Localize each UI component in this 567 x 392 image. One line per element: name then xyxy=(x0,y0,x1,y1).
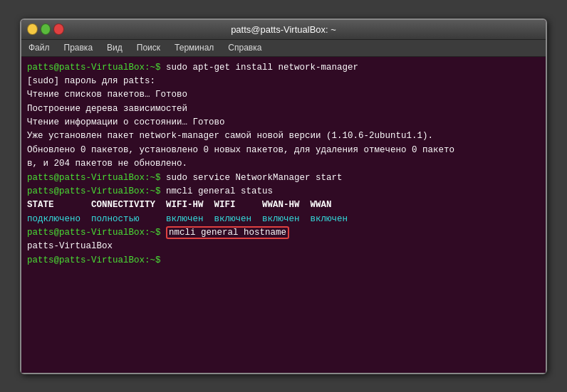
menu-search[interactable]: Поиск xyxy=(134,41,163,54)
titlebar: patts@patts-VirtualBox: ~ xyxy=(21,20,546,40)
menu-terminal[interactable]: Терминал xyxy=(172,41,217,54)
highlighted-command: nmcli general hostname xyxy=(166,226,289,239)
terminal-line-header: STATE CONNECTIVITY WIFI-HW WIFI WWAN-HW … xyxy=(27,198,540,212)
maximize-button[interactable] xyxy=(41,23,51,35)
menu-help[interactable]: Справка xyxy=(225,41,264,54)
terminal-line: patts@patts-VirtualBox:~$ sudo service N… xyxy=(27,171,540,185)
terminal-line: patts@patts-VirtualBox:~$ sudo apt-get i… xyxy=(27,61,540,75)
terminal-line: patts@patts-VirtualBox:~$ nmcli general … xyxy=(27,185,540,198)
terminal-line: Уже установлен пакет network-manager сам… xyxy=(27,129,540,143)
terminal-body[interactable]: patts@patts-VirtualBox:~$ sudo apt-get i… xyxy=(21,57,546,373)
close-button[interactable] xyxy=(53,23,64,35)
menu-file[interactable]: Файл xyxy=(26,41,53,54)
menubar: Файл Правка Вид Поиск Терминал Справка xyxy=(21,40,546,57)
window-title: patts@patts-VirtualBox: ~ xyxy=(64,24,503,35)
menu-view[interactable]: Вид xyxy=(104,41,125,54)
terminal-line-status: подключено полностью включен включен вкл… xyxy=(27,213,540,226)
terminal-window: patts@patts-VirtualBox: ~ Файл Правка Ви… xyxy=(20,18,547,374)
terminal-line: [sudo] пароль для patts: xyxy=(27,75,540,88)
window-controls[interactable] xyxy=(27,23,64,35)
terminal-line: Построение дерева зависимостей xyxy=(27,102,540,116)
terminal-line: Обновлено 0 пакетов, установлено 0 новых… xyxy=(27,144,540,157)
terminal-line: Чтение информации о состоянии… Готово xyxy=(27,116,540,129)
terminal-line: patts-VirtualBox xyxy=(27,240,540,253)
terminal-line: Чтение списков пакетов… Готово xyxy=(27,88,540,102)
minimize-button[interactable] xyxy=(27,23,38,35)
terminal-line: в, и 204 пакетов не обновлено. xyxy=(27,157,540,171)
menu-edit[interactable]: Правка xyxy=(61,41,96,54)
terminal-prompt: patts@patts-VirtualBox:~$ xyxy=(27,254,540,267)
terminal-line-highlighted: patts@patts-VirtualBox:~$ nmcli general … xyxy=(27,226,540,240)
